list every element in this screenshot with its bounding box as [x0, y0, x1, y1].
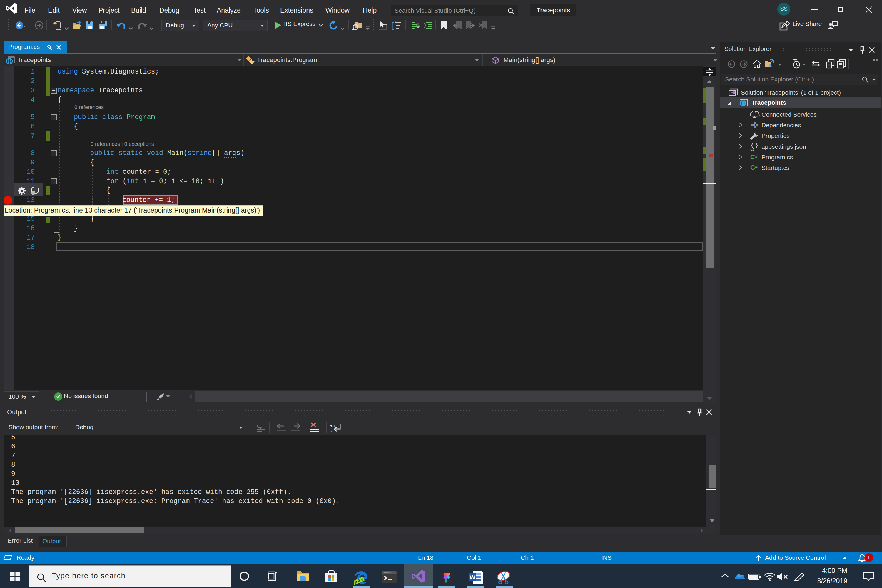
svg-text:W: W	[470, 574, 476, 580]
svg-text:c: c	[330, 428, 332, 434]
